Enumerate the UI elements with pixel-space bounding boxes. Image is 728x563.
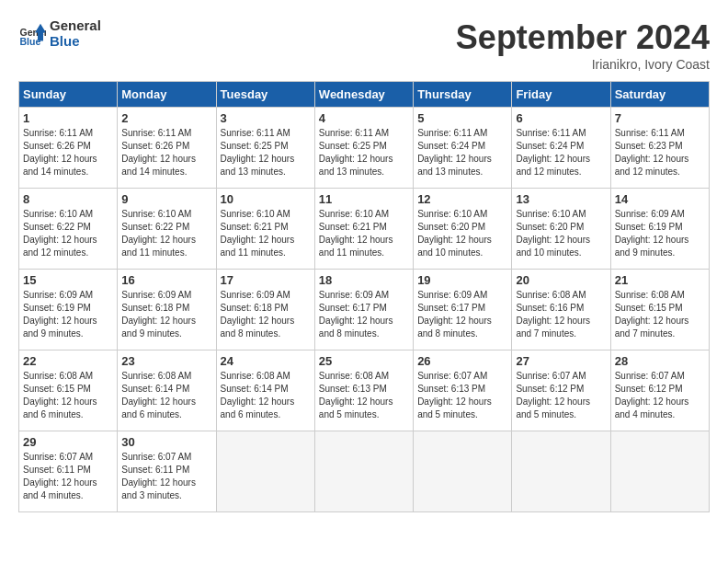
calendar-cell: 26Sunrise: 6:07 AMSunset: 6:13 PMDayligh… — [414, 350, 512, 431]
day-info: Sunrise: 6:07 AMSunset: 6:12 PMDaylight:… — [615, 370, 705, 421]
calendar-cell: 27Sunrise: 6:07 AMSunset: 6:12 PMDayligh… — [512, 350, 610, 431]
day-info: Sunrise: 6:08 AMSunset: 6:15 PMDaylight:… — [615, 289, 705, 340]
calendar-cell: 15Sunrise: 6:09 AMSunset: 6:19 PMDayligh… — [19, 270, 118, 350]
day-info: Sunrise: 6:08 AMSunset: 6:14 PMDaylight:… — [221, 370, 311, 421]
day-info: Sunrise: 6:07 AMSunset: 6:12 PMDaylight:… — [516, 370, 606, 421]
day-number: 17 — [221, 273, 311, 287]
calendar-week-row-3: 15Sunrise: 6:09 AMSunset: 6:19 PMDayligh… — [19, 270, 710, 350]
day-number: 12 — [417, 192, 507, 206]
svg-text:Blue: Blue — [20, 36, 41, 47]
day-info: Sunrise: 6:08 AMSunset: 6:13 PMDaylight:… — [319, 370, 409, 421]
day-number: 23 — [121, 354, 211, 368]
day-info: Sunrise: 6:10 AMSunset: 6:22 PMDaylight:… — [23, 208, 113, 259]
calendar-table: Sunday Monday Tuesday Wednesday Thursday… — [18, 81, 710, 512]
calendar-cell: 5Sunrise: 6:11 AMSunset: 6:24 PMDaylight… — [414, 108, 512, 189]
logo-line2: Blue — [50, 34, 101, 50]
calendar-cell: 9Sunrise: 6:10 AMSunset: 6:22 PMDaylight… — [118, 189, 216, 270]
day-info: Sunrise: 6:09 AMSunset: 6:17 PMDaylight:… — [319, 289, 409, 340]
day-number: 2 — [121, 111, 211, 125]
calendar-cell: 23Sunrise: 6:08 AMSunset: 6:14 PMDayligh… — [118, 350, 216, 431]
calendar-cell — [512, 431, 610, 512]
calendar-cell — [610, 431, 709, 512]
day-info: Sunrise: 6:10 AMSunset: 6:21 PMDaylight:… — [221, 208, 311, 259]
day-number: 26 — [417, 354, 507, 368]
calendar-cell: 14Sunrise: 6:09 AMSunset: 6:19 PMDayligh… — [610, 189, 709, 270]
day-info: Sunrise: 6:09 AMSunset: 6:17 PMDaylight:… — [417, 289, 507, 340]
calendar-week-row-2: 8Sunrise: 6:10 AMSunset: 6:22 PMDaylight… — [19, 189, 710, 270]
logo-icon: General Blue — [18, 20, 46, 48]
day-info: Sunrise: 6:07 AMSunset: 6:11 PMDaylight:… — [23, 451, 113, 502]
day-info: Sunrise: 6:07 AMSunset: 6:11 PMDaylight:… — [121, 451, 211, 502]
day-number: 20 — [516, 273, 606, 287]
calendar-cell: 3Sunrise: 6:11 AMSunset: 6:25 PMDaylight… — [216, 108, 314, 189]
location: Irianikro, Ivory Coast — [456, 57, 710, 72]
calendar-cell: 1Sunrise: 6:11 AMSunset: 6:26 PMDaylight… — [19, 108, 118, 189]
logo: General Blue General Blue — [18, 18, 101, 49]
calendar-cell: 13Sunrise: 6:10 AMSunset: 6:20 PMDayligh… — [512, 189, 610, 270]
day-number: 5 — [417, 111, 507, 125]
day-number: 8 — [23, 192, 113, 206]
month-title: September 2024 — [456, 18, 710, 57]
day-info: Sunrise: 6:09 AMSunset: 6:19 PMDaylight:… — [23, 289, 113, 340]
calendar-week-row-5: 29Sunrise: 6:07 AMSunset: 6:11 PMDayligh… — [19, 431, 710, 512]
calendar-week-row-1: 1Sunrise: 6:11 AMSunset: 6:26 PMDaylight… — [19, 108, 710, 189]
day-number: 15 — [23, 273, 113, 287]
title-block: September 2024 Irianikro, Ivory Coast — [456, 18, 710, 72]
header-saturday: Saturday — [610, 82, 709, 108]
calendar-cell: 16Sunrise: 6:09 AMSunset: 6:18 PMDayligh… — [118, 270, 216, 350]
day-info: Sunrise: 6:09 AMSunset: 6:18 PMDaylight:… — [121, 289, 211, 340]
day-number: 18 — [319, 273, 409, 287]
day-number: 30 — [121, 435, 211, 449]
calendar-cell: 22Sunrise: 6:08 AMSunset: 6:15 PMDayligh… — [19, 350, 118, 431]
calendar-cell: 21Sunrise: 6:08 AMSunset: 6:15 PMDayligh… — [610, 270, 709, 350]
calendar-cell: 24Sunrise: 6:08 AMSunset: 6:14 PMDayligh… — [216, 350, 314, 431]
day-number: 4 — [319, 111, 409, 125]
day-number: 19 — [417, 273, 507, 287]
day-number: 6 — [516, 111, 606, 125]
day-info: Sunrise: 6:10 AMSunset: 6:20 PMDaylight:… — [516, 208, 606, 259]
calendar-cell — [216, 431, 314, 512]
header-monday: Monday — [118, 82, 216, 108]
calendar-cell: 28Sunrise: 6:07 AMSunset: 6:12 PMDayligh… — [610, 350, 709, 431]
calendar-cell: 2Sunrise: 6:11 AMSunset: 6:26 PMDaylight… — [118, 108, 216, 189]
calendar-cell: 19Sunrise: 6:09 AMSunset: 6:17 PMDayligh… — [414, 270, 512, 350]
calendar-week-row-4: 22Sunrise: 6:08 AMSunset: 6:15 PMDayligh… — [19, 350, 710, 431]
day-number: 13 — [516, 192, 606, 206]
day-info: Sunrise: 6:11 AMSunset: 6:23 PMDaylight:… — [615, 127, 705, 178]
day-info: Sunrise: 6:07 AMSunset: 6:13 PMDaylight:… — [417, 370, 507, 421]
day-info: Sunrise: 6:10 AMSunset: 6:20 PMDaylight:… — [417, 208, 507, 259]
day-number: 16 — [121, 273, 211, 287]
calendar-cell — [314, 431, 413, 512]
day-info: Sunrise: 6:08 AMSunset: 6:15 PMDaylight:… — [23, 370, 113, 421]
header-sunday: Sunday — [19, 82, 118, 108]
day-info: Sunrise: 6:09 AMSunset: 6:19 PMDaylight:… — [615, 208, 705, 259]
day-info: Sunrise: 6:11 AMSunset: 6:24 PMDaylight:… — [417, 127, 507, 178]
calendar-cell: 10Sunrise: 6:10 AMSunset: 6:21 PMDayligh… — [216, 189, 314, 270]
page-header: General Blue General Blue September 2024… — [18, 18, 710, 72]
day-number: 3 — [221, 111, 311, 125]
header-friday: Friday — [512, 82, 610, 108]
day-number: 22 — [23, 354, 113, 368]
day-info: Sunrise: 6:10 AMSunset: 6:21 PMDaylight:… — [319, 208, 409, 259]
day-info: Sunrise: 6:11 AMSunset: 6:25 PMDaylight:… — [319, 127, 409, 178]
day-info: Sunrise: 6:11 AMSunset: 6:25 PMDaylight:… — [221, 127, 311, 178]
day-number: 1 — [23, 111, 113, 125]
calendar-cell: 7Sunrise: 6:11 AMSunset: 6:23 PMDaylight… — [610, 108, 709, 189]
calendar-cell: 11Sunrise: 6:10 AMSunset: 6:21 PMDayligh… — [314, 189, 413, 270]
day-info: Sunrise: 6:09 AMSunset: 6:18 PMDaylight:… — [221, 289, 311, 340]
calendar-cell: 29Sunrise: 6:07 AMSunset: 6:11 PMDayligh… — [19, 431, 118, 512]
day-info: Sunrise: 6:11 AMSunset: 6:24 PMDaylight:… — [516, 127, 606, 178]
calendar-cell: 6Sunrise: 6:11 AMSunset: 6:24 PMDaylight… — [512, 108, 610, 189]
logo-line1: General — [50, 18, 101, 34]
weekday-header-row: Sunday Monday Tuesday Wednesday Thursday… — [19, 82, 710, 108]
calendar-cell — [414, 431, 512, 512]
calendar-cell: 17Sunrise: 6:09 AMSunset: 6:18 PMDayligh… — [216, 270, 314, 350]
calendar-cell: 30Sunrise: 6:07 AMSunset: 6:11 PMDayligh… — [118, 431, 216, 512]
header-wednesday: Wednesday — [314, 82, 413, 108]
day-info: Sunrise: 6:11 AMSunset: 6:26 PMDaylight:… — [23, 127, 113, 178]
day-number: 9 — [121, 192, 211, 206]
calendar-cell: 25Sunrise: 6:08 AMSunset: 6:13 PMDayligh… — [314, 350, 413, 431]
calendar-cell: 18Sunrise: 6:09 AMSunset: 6:17 PMDayligh… — [314, 270, 413, 350]
day-number: 29 — [23, 435, 113, 449]
calendar-cell: 4Sunrise: 6:11 AMSunset: 6:25 PMDaylight… — [314, 108, 413, 189]
